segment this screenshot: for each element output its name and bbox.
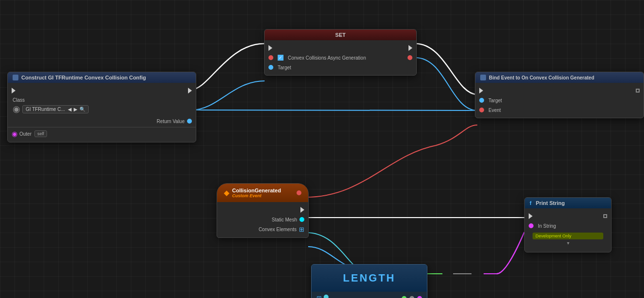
convex-elements-pin[interactable]: ⊞ [299,226,304,233]
divider [8,127,196,127]
chevron-down-icon[interactable]: ▾ [529,240,607,247]
length-out-pin-2[interactable] [409,296,414,298]
set-prop-in-pin[interactable] [268,55,273,60]
bind-node-title: Bind Event to On Convex Collision Genera… [489,75,594,80]
length-grid-icon[interactable]: ⊞ [316,295,322,298]
collision-event-header: ◆ CollisionGenerated Custom Event [217,184,308,202]
node-type-icon [13,75,18,80]
print-exec-in[interactable] [529,213,533,219]
collision-exec-out-row [217,205,308,215]
convex-elements-label: Convex Elements [259,227,297,232]
construct-node-header: Construct GI TFRuntime Convex Collision … [8,72,196,83]
bind-node-icon [480,75,486,80]
length-outputs [402,296,422,298]
bind-node-body: Target Event [475,83,644,118]
class-label: Class [13,97,25,103]
print-string-header: f Print String [525,198,611,208]
static-mesh-pin[interactable] [299,217,304,222]
class-nav-back[interactable]: ◀ [68,107,72,112]
development-only-text: Development Only [533,233,603,239]
bind-exec-out[interactable] [636,89,640,93]
collision-event-red-pin[interactable] [297,190,301,195]
set-property-row: Convex Collisions Async Generation [265,53,416,63]
set-exec-out[interactable] [408,45,412,51]
print-string-body: In String Development Only ▾ [525,208,611,252]
outer-row: ◉ Outer self [8,128,196,139]
print-exec-row [525,211,611,221]
set-node-body: Convex Collisions Async Generation Targe… [265,40,416,75]
blueprint-canvas: Construct GI TFRuntime Convex Collision … [0,0,644,298]
exec-out-pin[interactable] [188,88,192,94]
class-dropdown[interactable]: GI TFRuntime C... ◀ ▶ 🔍 [22,105,89,113]
set-checkbox[interactable] [278,55,283,61]
bind-event-row: Event [475,105,644,115]
return-value-pin[interactable] [187,119,192,124]
outer-value: self [34,130,47,137]
collision-event-body: Static Mesh Convex Elements ⊞ [217,202,308,237]
construct-node-title: Construct GI TFRuntime Convex Collision … [21,75,146,80]
class-value: GI TFRuntime C... [26,107,65,112]
bind-target-pin[interactable] [479,98,484,103]
length-node: LENGTH ⊞ [311,264,427,298]
set-prop-out-pin[interactable] [408,55,412,60]
set-target-pin[interactable] [268,65,273,70]
bind-node-header: Bind Event to On Convex Collision Genera… [475,72,644,83]
collision-event-subtitle: Custom Event [232,193,281,198]
length-out-pin-3[interactable] [417,296,422,298]
length-node-title: LENGTH [343,272,395,284]
print-string-title: Print String [536,200,565,206]
length-inputs: ⊞ [316,295,329,298]
set-exec-in[interactable] [268,45,272,51]
static-mesh-label: Static Mesh [272,217,297,222]
convex-elements-row: Convex Elements ⊞ [217,224,308,235]
function-icon: f [530,200,532,206]
development-only-badge: Development Only ▾ [529,233,607,247]
length-node-header: LENGTH [312,265,427,292]
set-node-header: SET [265,30,416,40]
bind-event-label: Event [488,108,501,113]
set-exec-row [265,43,416,53]
set-property-label: Convex Collisions Async Generation [288,55,366,61]
class-nav-forward[interactable]: ▶ [74,107,78,112]
length-node-body: ⊞ [312,292,427,298]
print-in-string-label: In String [538,223,556,229]
bind-target-label: Target [488,98,502,103]
exec-row [8,86,196,95]
bind-event-pin[interactable] [479,108,484,112]
construct-node-body: Class ◉ GI TFRuntime C... ◀ ▶ 🔍 Return V… [8,83,196,142]
print-string-node: f Print String In String Development Onl… [524,197,612,252]
set-node: SET Convex Collisions Async Generation T [264,29,417,76]
collision-event-node: ◆ CollisionGenerated Custom Event Static… [217,183,309,238]
set-target-row: Target [265,63,416,72]
print-in-string-row: In String [525,221,611,231]
bind-exec-row [475,86,644,95]
bind-node: Bind Event to On Convex Collision Genera… [475,72,644,118]
print-in-string-pin[interactable] [529,223,534,228]
set-node-title: SET [335,32,346,38]
bind-target-row: Target [475,95,644,105]
construct-node: Construct GI TFRuntime Convex Collision … [7,72,196,142]
collision-event-title: CollisionGenerated [232,188,281,193]
collision-exec-out[interactable] [300,207,304,213]
diamond-icon: ◆ [224,189,229,197]
class-row: Class ◉ GI TFRuntime C... ◀ ▶ 🔍 [8,95,196,116]
outer-icon: ◉ [12,130,17,138]
print-exec-out[interactable] [603,214,607,218]
exec-in-pin[interactable] [12,88,16,94]
length-teal-pin[interactable] [324,295,329,298]
class-search-icon[interactable]: 🔍 [79,107,85,112]
set-target-label: Target [278,65,291,70]
static-mesh-row: Static Mesh [217,215,308,224]
return-value-row: Return Value [8,116,196,126]
bind-exec-in[interactable] [479,88,483,94]
length-out-pin-1[interactable] [402,296,407,298]
class-icon: ◉ [13,104,20,114]
return-value-label: Return Value [157,119,185,124]
outer-label: Outer [19,131,31,137]
